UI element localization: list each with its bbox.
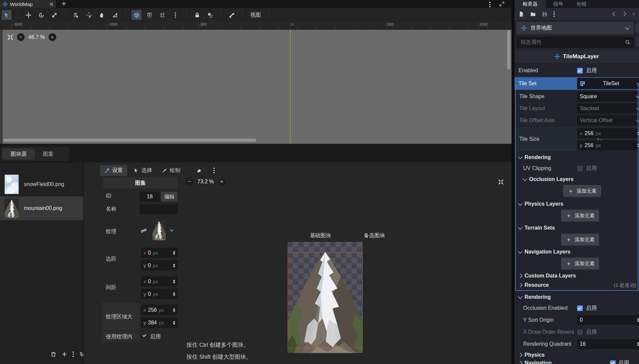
tile-offset-axis-dropdown[interactable]: Vertical Offset	[577, 115, 639, 125]
tile-size-x-field[interactable]: x256px	[577, 128, 639, 138]
margins-x-field[interactable]: x0px	[141, 248, 178, 258]
scale-tool-icon[interactable]	[49, 10, 59, 20]
section-navigation[interactable]: Navigation 启用	[515, 359, 639, 364]
horizontal-scrollbar[interactable]	[3, 139, 256, 142]
rendering-quadrant-field[interactable]: 16	[577, 339, 639, 349]
spinner-icon[interactable]	[637, 143, 639, 147]
add-occlusion-layer-button[interactable]: ＋添加元素	[563, 185, 601, 197]
section-terrain-sets[interactable]: Terrain Sets	[515, 224, 639, 232]
list-item-mountain[interactable]: mountain00.png	[0, 196, 83, 220]
filter-properties-input[interactable]	[520, 39, 625, 46]
select-tool-icon[interactable]	[2, 10, 12, 20]
link-icon[interactable]	[141, 228, 147, 234]
add-terrain-set-button[interactable]: ＋添加元素	[561, 234, 599, 246]
history-back-icon[interactable]	[612, 12, 617, 16]
atlas-id-field[interactable]: 18	[140, 192, 160, 202]
atlas-menu-icon[interactable]	[213, 168, 215, 173]
add-scene-tab-button[interactable]	[61, 1, 67, 6]
enabled-checkbox[interactable]	[577, 68, 583, 74]
lock-icon[interactable]	[192, 10, 202, 20]
spinner-icon[interactable]	[637, 318, 639, 322]
group-icon[interactable]	[205, 10, 215, 20]
texture-preview[interactable]	[152, 220, 166, 240]
tab-paint[interactable]: 绘制	[159, 165, 184, 176]
zoom-in-button[interactable]: +	[49, 33, 56, 41]
section-occlusion-layers[interactable]: Occlusion Layers	[515, 175, 639, 184]
region-x-field[interactable]: x256px	[141, 305, 178, 315]
section-custom-data-layers[interactable]: Custom Data Layers	[515, 272, 639, 280]
zoom-level[interactable]: 46.7 %	[28, 34, 45, 40]
add-physics-layer-button[interactable]: ＋添加元素	[561, 210, 599, 222]
edge-button-sliver[interactable]	[636, 37, 639, 47]
tab-tile-sources[interactable]: 图块源	[2, 148, 35, 160]
skeleton-bone-icon[interactable]	[227, 10, 237, 20]
node-selector[interactable]: 世界地图	[517, 22, 634, 34]
history-icon[interactable]	[632, 11, 635, 17]
list-item-snowfield[interactable]: snowField00.png	[0, 172, 83, 196]
navigation-enabled-checkbox[interactable]	[610, 360, 616, 364]
dock-separator[interactable]	[512, 0, 515, 364]
y-sort-origin-field[interactable]: 0	[577, 315, 639, 325]
tab-inspector[interactable]: 检查器	[515, 0, 546, 8]
tabbar-menu-icon[interactable]	[489, 2, 491, 7]
uv-clipping-checkbox[interactable]	[577, 166, 583, 171]
atlas-name-field[interactable]	[140, 204, 178, 214]
spinner-icon[interactable]	[173, 264, 175, 268]
tile-size-y-field[interactable]: y256px	[577, 140, 639, 150]
tab-patterns[interactable]: 图案	[37, 148, 59, 160]
close-icon[interactable]	[50, 2, 53, 6]
history-forward-icon[interactable]	[622, 12, 626, 16]
center-view-icon[interactable]	[7, 34, 13, 40]
smart-snap-cube-icon[interactable]	[131, 10, 141, 20]
margins-y-field[interactable]: y0px	[141, 260, 178, 271]
grid-snap-icon[interactable]	[157, 10, 167, 20]
section-physics[interactable]: Physics	[515, 351, 639, 359]
spinner-icon[interactable]	[173, 279, 175, 283]
atlas-id-edit-button[interactable]: 编辑	[161, 192, 178, 202]
tab-select[interactable]: 选择	[130, 165, 155, 176]
tab-setup[interactable]: 设置	[100, 165, 127, 176]
tab-signals[interactable]: 信号	[546, 0, 570, 8]
add-source-icon[interactable]	[62, 351, 67, 357]
add-navigation-layer-button[interactable]: ＋添加元素	[561, 258, 599, 270]
tileset-resource-picker[interactable]: TileSet	[577, 78, 639, 89]
source-menu-icon[interactable]	[73, 351, 74, 357]
section-rendering-2[interactable]: Rendering	[515, 293, 639, 301]
scene-tab-worldmap[interactable]: WorldMap	[0, 0, 56, 8]
section-rendering[interactable]: Rendering	[515, 153, 639, 162]
class-header[interactable]: TileMapLayer	[515, 51, 639, 63]
save-resource-icon[interactable]	[542, 11, 547, 17]
tile-shape-dropdown[interactable]: Square	[577, 91, 639, 101]
ruler-tool-icon[interactable]	[110, 10, 120, 20]
separation-x-field[interactable]: x0px	[141, 276, 178, 286]
region-y-field[interactable]: y384px	[141, 317, 178, 328]
spinner-icon[interactable]	[637, 342, 639, 346]
rotate-tool-icon[interactable]	[36, 10, 46, 20]
inspector-menu-icon[interactable]	[553, 11, 555, 17]
tile-layout-dropdown[interactable]: Stacked	[577, 103, 639, 113]
zoom-in-button[interactable]: +	[218, 178, 226, 185]
eraser-icon[interactable]	[196, 168, 202, 173]
spinner-icon[interactable]	[173, 308, 175, 312]
snap-to-pixel-icon[interactable]	[84, 10, 94, 20]
spinner-icon[interactable]	[173, 321, 175, 325]
delete-source-icon[interactable]	[51, 351, 56, 357]
expand-panel-icon[interactable]	[499, 1, 505, 7]
occlusion-enabled-checkbox[interactable]	[577, 305, 583, 311]
section-physics-layers[interactable]: Physics Layers	[515, 200, 639, 208]
texture-dropdown-icon[interactable]	[170, 228, 173, 232]
x-draw-order-checkbox[interactable]	[577, 329, 583, 335]
section-resource[interactable]: Resource (1 处改动)	[515, 281, 639, 289]
spinner-icon[interactable]	[173, 251, 175, 255]
list-select-tool-icon[interactable]	[71, 10, 81, 20]
zoom-out-button[interactable]: −	[17, 33, 25, 41]
zoom-out-button[interactable]: −	[186, 178, 193, 185]
spinner-icon[interactable]	[637, 131, 639, 135]
viewport-canvas[interactable]: − 46.7 % +	[0, 30, 512, 144]
atlas-texture-view[interactable]	[288, 242, 363, 353]
center-atlas-view-icon[interactable]	[498, 179, 504, 185]
spinner-icon[interactable]	[173, 292, 175, 296]
vertical-scrollbar[interactable]	[507, 30, 510, 70]
snap-options-icon[interactable]	[170, 10, 180, 20]
pan-tool-icon[interactable]	[97, 10, 107, 20]
